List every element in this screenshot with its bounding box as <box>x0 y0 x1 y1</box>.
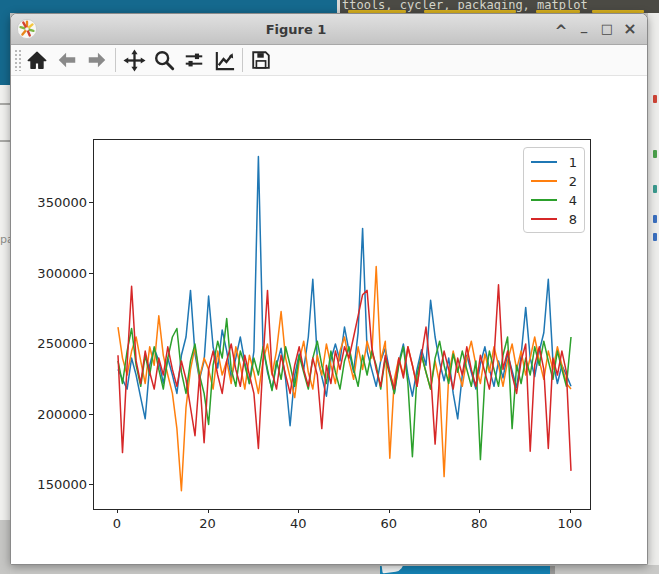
y-tick-label: 250000 <box>25 336 87 351</box>
legend-entry: 2 <box>531 172 577 190</box>
divider <box>0 140 10 142</box>
x-tick-label: 0 <box>113 516 121 531</box>
titlebar[interactable]: Figure 1 ^ _ □ × <box>11 14 647 45</box>
matplotlib-logo-icon[interactable] <box>16 18 38 40</box>
background-window-left-edge[interactable]: pa <box>0 85 10 520</box>
matplotlib-toolbar <box>11 45 647 76</box>
y-tick-mark <box>89 484 93 485</box>
minimap-mark <box>653 95 657 103</box>
x-tick-mark <box>298 509 299 513</box>
minimize-button[interactable]: _ <box>577 21 591 37</box>
y-tick-label: 300000 <box>25 265 87 280</box>
background-taskbar-item[interactable] <box>380 566 550 574</box>
close-button[interactable]: × <box>623 21 637 37</box>
background-editor-window[interactable]: ttools, cycler, packaging, matplot <box>340 0 659 13</box>
pan-icon[interactable] <box>119 46 149 74</box>
legend-label: 1 <box>569 155 577 170</box>
x-tick-label: 60 <box>381 516 398 531</box>
y-tick-label: 200000 <box>25 406 87 421</box>
plot-area[interactable] <box>94 140 590 509</box>
desktop-teal-left <box>0 13 10 85</box>
x-tick-label: 40 <box>290 516 307 531</box>
legend-line-sample <box>531 199 557 201</box>
toolbar-separator <box>242 48 243 72</box>
toolbar-grip-handle[interactable] <box>14 49 22 71</box>
minimap-mark <box>653 185 657 193</box>
x-tick-mark <box>208 509 209 513</box>
y-tick-label: 350000 <box>25 195 87 210</box>
y-tick-mark <box>89 414 93 415</box>
toolbar-separator <box>115 48 116 72</box>
legend-label: 2 <box>569 174 577 189</box>
desktop: ttools, cycler, packaging, matplot pa <box>0 0 659 574</box>
x-tick-mark <box>389 509 390 513</box>
customize-icon[interactable] <box>209 46 239 74</box>
forward-icon[interactable] <box>82 46 112 74</box>
taskbar-item-edge <box>550 566 555 574</box>
background-editor-minimap <box>648 13 659 565</box>
figure-canvas[interactable]: 020406080100 150000200000250000300000350… <box>11 76 647 564</box>
x-tick-mark <box>570 509 571 513</box>
figure-window: Figure 1 ^ _ □ × <box>10 13 648 565</box>
legend-label: 8 <box>569 212 577 227</box>
configure-subplots-icon[interactable] <box>179 46 209 74</box>
x-tick-label: 80 <box>471 516 488 531</box>
minimap-mark <box>653 233 657 241</box>
legend-entry: 1 <box>531 153 577 171</box>
legend-line-sample <box>531 161 557 163</box>
maximize-button[interactable]: □ <box>600 21 614 37</box>
x-tick-label: 20 <box>199 516 216 531</box>
x-tick-mark <box>117 509 118 513</box>
window-controls: ^ _ □ × <box>554 21 637 37</box>
legend-label: 4 <box>569 193 577 208</box>
shade-button[interactable]: ^ <box>554 21 568 37</box>
legend-entry: 8 <box>531 210 577 228</box>
home-icon[interactable] <box>22 46 52 74</box>
legend-line-sample <box>531 218 557 220</box>
divider <box>0 103 10 105</box>
background-left-bottom <box>0 520 10 574</box>
left-text-fragment: pa <box>0 233 10 246</box>
back-icon[interactable] <box>52 46 82 74</box>
y-tick-mark <box>89 273 93 274</box>
y-tick-mark <box>89 343 93 344</box>
legend-entry: 4 <box>531 191 577 209</box>
minimap-mark <box>653 150 657 158</box>
window-title: Figure 1 <box>38 22 554 37</box>
save-icon[interactable] <box>246 46 276 74</box>
desktop-teal-band <box>0 0 337 13</box>
taskbar-logo-swoosh <box>381 566 404 573</box>
y-tick-label: 150000 <box>25 477 87 492</box>
minimap-mark <box>653 215 657 223</box>
y-tick-mark <box>89 202 93 203</box>
legend-line-sample <box>531 180 557 182</box>
legend: 1248 <box>523 147 585 233</box>
x-tick-mark <box>479 509 480 513</box>
editor-window-border <box>337 0 340 13</box>
x-tick-label: 100 <box>558 516 583 531</box>
zoom-icon[interactable] <box>149 46 179 74</box>
